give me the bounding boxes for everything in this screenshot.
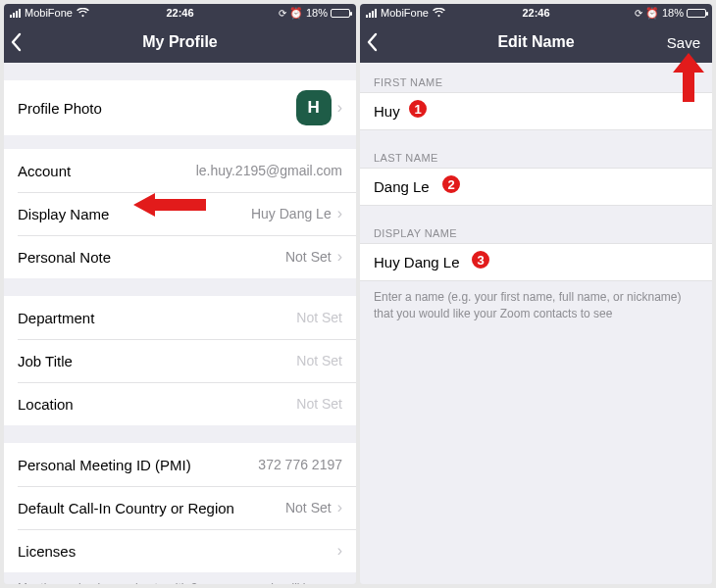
nav-bar: My Profile xyxy=(4,22,356,63)
row-value: Not Set xyxy=(296,396,342,412)
chevron-right-icon: › xyxy=(337,99,342,117)
chevron-right-icon: › xyxy=(337,542,342,560)
row-pmi[interactable]: Personal Meeting ID (PMI) 372 776 2197 xyxy=(4,443,356,486)
row-account[interactable]: Account le.huy.2195@gmail.com xyxy=(4,149,356,192)
row-label: Job Title xyxy=(18,353,73,369)
row-value: Not Set xyxy=(296,310,342,325)
display-name-helper: Enter a name (e.g. your first name, full… xyxy=(360,281,712,322)
signal-icon xyxy=(366,9,377,18)
nav-bar: Edit Name Save xyxy=(360,22,712,63)
edit-name-content: FIRST NAME 1 LAST NAME 2 DISPLAY NAME 3 … xyxy=(360,63,712,584)
row-label: Location xyxy=(18,396,74,413)
wifi-icon xyxy=(77,8,89,18)
lock-icon: ⟳ xyxy=(279,8,286,19)
row-value: Not Set xyxy=(296,353,342,368)
annotation-arrow-display-name xyxy=(129,191,208,219)
my-profile-content: Profile Photo H › Account le.huy.2195@gm… xyxy=(4,63,356,584)
lock-icon: ⟳ xyxy=(635,8,642,19)
battery-pct: 18% xyxy=(306,7,328,19)
first-name-header: FIRST NAME xyxy=(360,63,712,92)
phone-my-profile: MobiFone 22:46 ⟳ ⏰ 18% My Profile xyxy=(4,4,356,584)
row-department[interactable]: Department Not Set xyxy=(4,296,356,339)
annotation-dot-2: 2 xyxy=(440,173,462,195)
phone-edit-name: MobiFone 22:46 ⟳ ⏰ 18% Edit Name Save FI… xyxy=(360,4,712,584)
row-location[interactable]: Location Not Set xyxy=(4,382,356,425)
carrier-label: MobiFone xyxy=(25,7,73,19)
row-label: Personal Note xyxy=(18,249,111,266)
row-value: Not Set xyxy=(285,249,332,265)
signal-icon xyxy=(10,9,21,18)
licenses-footer-note: Meetings a basic user hosts with 3 or mo… xyxy=(4,572,356,584)
row-label: Profile Photo xyxy=(18,100,102,117)
back-button[interactable] xyxy=(10,22,39,63)
row-value: 372 776 2197 xyxy=(258,457,342,472)
annotation-arrow-save xyxy=(667,51,706,102)
status-bar: MobiFone 22:46 ⟳ ⏰ 18% xyxy=(360,4,712,22)
battery-pct: 18% xyxy=(662,7,684,19)
battery-icon xyxy=(687,9,706,18)
alarm-icon: ⏰ xyxy=(645,7,659,20)
chevron-right-icon: › xyxy=(337,248,342,266)
row-job-title[interactable]: Job Title Not Set xyxy=(4,339,356,382)
row-value: le.huy.2195@gmail.com xyxy=(196,163,342,178)
carrier-label: MobiFone xyxy=(381,7,429,19)
row-personal-note[interactable]: Personal Note Not Set › xyxy=(4,235,356,278)
row-licenses[interactable]: Licenses › xyxy=(4,529,356,572)
wifi-icon xyxy=(433,8,445,18)
row-label: Personal Meeting ID (PMI) xyxy=(18,457,191,473)
row-label: Licenses xyxy=(18,543,76,560)
row-label: Default Call-In Country or Region xyxy=(18,500,234,516)
display-name-input[interactable] xyxy=(360,243,712,281)
annotation-dot-3: 3 xyxy=(470,249,491,270)
row-value: Not Set xyxy=(285,500,332,515)
nav-title: Edit Name xyxy=(497,33,574,51)
row-profile-photo[interactable]: Profile Photo H › xyxy=(4,80,356,135)
row-label: Department xyxy=(18,310,94,326)
battery-icon xyxy=(331,9,350,18)
back-button[interactable] xyxy=(366,22,395,63)
row-callin[interactable]: Default Call-In Country or Region Not Se… xyxy=(4,486,356,529)
chevron-right-icon: › xyxy=(337,205,342,222)
annotation-dot-1: 1 xyxy=(407,98,429,120)
last-name-input[interactable] xyxy=(360,168,712,206)
status-bar: MobiFone 22:46 ⟳ ⏰ 18% xyxy=(4,4,356,22)
row-value: Huy Dang Le xyxy=(251,206,332,221)
display-name-header: DISPLAY NAME xyxy=(360,206,712,243)
row-label: Display Name xyxy=(18,206,109,222)
avatar: H xyxy=(296,90,332,125)
chevron-right-icon: › xyxy=(337,499,342,516)
alarm-icon: ⏰ xyxy=(289,7,303,20)
row-label: Account xyxy=(18,163,71,179)
nav-title: My Profile xyxy=(142,33,217,51)
last-name-header: LAST NAME xyxy=(360,130,712,168)
